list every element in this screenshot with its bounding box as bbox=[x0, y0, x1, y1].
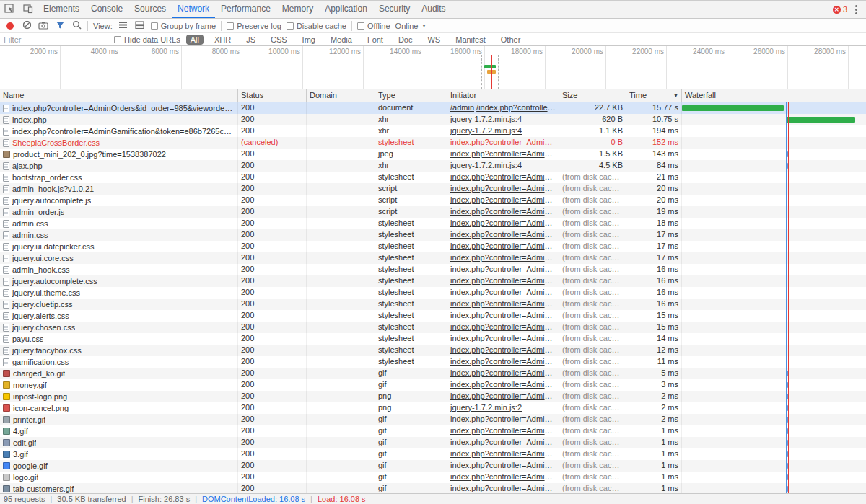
filter-pill-doc[interactable]: Doc bbox=[394, 35, 417, 45]
table-row[interactable]: jquery.chosen.css200stylesheetindex.php?… bbox=[0, 322, 866, 333]
table-row[interactable]: admin_order.js200scriptindex.php?control… bbox=[0, 206, 866, 218]
tab-security[interactable]: Security bbox=[373, 1, 416, 18]
table-row[interactable]: tab-customers.gif200gifindex.php?control… bbox=[0, 483, 866, 493]
initiator-link[interactable]: index.php?controller=AdminOrders... bbox=[450, 242, 559, 250]
table-row[interactable]: jquery.autocomplete.js200scriptindex.php… bbox=[0, 195, 866, 206]
inspect-element-button[interactable] bbox=[0, 1, 19, 18]
table-row[interactable]: admin_hook.css200stylesheetindex.php?con… bbox=[0, 264, 866, 275]
initiator-link[interactable]: jquery-1.7.2.min.js:2 bbox=[450, 403, 522, 412]
table-row[interactable]: icon-cancel.png200pngjquery-1.7.2.min.js… bbox=[0, 402, 866, 414]
table-row[interactable]: index.php?controller=AdminGamification&t… bbox=[0, 125, 866, 137]
table-row[interactable]: jquery.cluetip.css200stylesheetindex.php… bbox=[0, 299, 866, 310]
initiator-link[interactable]: index.php?controller=AdminOrders... bbox=[450, 415, 559, 423]
tab-audits[interactable]: Audits bbox=[416, 1, 451, 18]
tab-performance[interactable]: Performance bbox=[215, 1, 276, 18]
table-row[interactable]: inpost-logo.png200pngindex.php?controlle… bbox=[0, 391, 866, 402]
initiator-link[interactable]: index.php?controller=AdminOrders... bbox=[450, 426, 559, 435]
clear-network-log-button[interactable] bbox=[21, 20, 32, 32]
table-row[interactable]: gamification.css200stylesheetindex.php?c… bbox=[0, 356, 866, 368]
initiator-link[interactable]: index.php?controller=AdminOrders... bbox=[450, 380, 559, 389]
filter-toggle-button[interactable] bbox=[54, 20, 66, 32]
initiator-link[interactable]: index.php?controller=AdminOrders... bbox=[450, 392, 559, 400]
table-row[interactable]: charged_ko.gif200gifindex.php?controller… bbox=[0, 368, 866, 379]
initiator-link[interactable]: index.php?controller=AdminOrders... bbox=[450, 253, 559, 262]
table-row[interactable]: jquery.ui.core.css200stylesheetindex.php… bbox=[0, 252, 866, 264]
initiator-link[interactable]: index.php?controller=AdminOrders... bbox=[450, 357, 559, 366]
checkbox-group-by-frame[interactable]: Group by frame bbox=[151, 22, 216, 30]
table-row[interactable]: jquery.ui.datepicker.css200stylesheetind… bbox=[0, 241, 866, 252]
filter-pill-js[interactable]: JS bbox=[242, 35, 260, 45]
table-row[interactable]: logo.gif200gifindex.php?controller=Admin… bbox=[0, 472, 866, 483]
initiator-link[interactable]: jquery-1.7.2.min.js:4 bbox=[450, 126, 522, 135]
table-row[interactable]: jquery.fancybox.css200stylesheetindex.ph… bbox=[0, 345, 866, 356]
tab-memory[interactable]: Memory bbox=[276, 1, 319, 18]
table-row[interactable]: admin.css200stylesheetindex.php?controll… bbox=[0, 229, 866, 241]
initiator-link[interactable]: index.php?controller=AdminOrders... bbox=[450, 461, 559, 469]
initiator-link[interactable]: index.php?controller=AdminOrders... bbox=[450, 149, 559, 158]
table-row[interactable]: 4.gif200gifindex.php?controller=AdminOrd… bbox=[0, 425, 866, 437]
checkbox-offline[interactable]: Offline bbox=[357, 22, 390, 30]
checkbox-preserve-log[interactable]: Preserve log bbox=[227, 22, 281, 30]
filter-pill-all[interactable]: All bbox=[186, 35, 204, 45]
table-row[interactable]: jquery.ui.theme.css200stylesheetindex.ph… bbox=[0, 287, 866, 299]
initiator-link[interactable]: index.php?controller=AdminOrders... bbox=[450, 299, 559, 308]
initiator-link[interactable]: index.php?controller=AdminOrders... bbox=[450, 345, 559, 354]
table-row[interactable]: admin_hook.js?v1.0.21200scriptindex.php?… bbox=[0, 183, 866, 195]
record-network-log-button[interactable] bbox=[4, 20, 16, 32]
devtools-menu-button[interactable] bbox=[851, 2, 862, 17]
initiator-link[interactable]: index.php?controller=AdminOrders... bbox=[450, 230, 559, 239]
initiator-link[interactable]: jquery-1.7.2.min.js:4 bbox=[450, 115, 522, 123]
initiator-link[interactable]: index.php?controller=AdminOrders... bbox=[450, 334, 559, 342]
filter-pill-font[interactable]: Font bbox=[363, 35, 388, 45]
tab-sources[interactable]: Sources bbox=[128, 1, 172, 18]
column-header-waterfall[interactable]: Waterfall bbox=[682, 89, 866, 102]
tab-application[interactable]: Application bbox=[319, 1, 373, 18]
tab-console[interactable]: Console bbox=[85, 1, 128, 18]
search-button[interactable] bbox=[71, 20, 82, 32]
column-header-time[interactable]: Time ▼ bbox=[626, 89, 682, 102]
initiator-link[interactable]: index.php?controller=AdminOrders... bbox=[450, 438, 559, 446]
network-throttling-dropdown[interactable]: Online ▾ bbox=[395, 22, 426, 30]
column-header-status[interactable]: Status bbox=[238, 89, 307, 102]
column-header-name[interactable]: Name bbox=[0, 89, 238, 102]
initiator-link[interactable]: index.php?controller=AdminOrders... bbox=[450, 207, 559, 216]
initiator-link[interactable]: index.php?controller=AdminOrders... bbox=[450, 276, 559, 285]
filter-pill-img[interactable]: Img bbox=[298, 35, 320, 45]
initiator-link[interactable]: index.php?controller=AdminOrders... bbox=[450, 322, 559, 331]
initiator-link[interactable]: index.php?controller=AdminOrders... bbox=[450, 172, 559, 181]
table-row[interactable]: SheeplaCrossBorder.css(canceled)styleshe… bbox=[0, 137, 866, 149]
initiator-link[interactable]: /admin bbox=[450, 103, 474, 112]
checkbox-disable-cache[interactable]: Disable cache bbox=[287, 22, 346, 30]
table-row[interactable]: bootstrap_order.css200stylesheetindex.ph… bbox=[0, 172, 866, 183]
table-row[interactable]: google.gif200gifindex.php?controller=Adm… bbox=[0, 460, 866, 472]
filter-pill-ws[interactable]: WS bbox=[423, 35, 445, 45]
column-header-type[interactable]: Type bbox=[375, 89, 447, 102]
initiator-link[interactable]: /index.php?controller=... bbox=[476, 103, 559, 112]
initiator-link[interactable]: index.php?controller=AdminOrders... bbox=[450, 368, 559, 377]
filter-pill-xhr[interactable]: XHR bbox=[210, 35, 235, 45]
column-header-size[interactable]: Size bbox=[559, 89, 626, 102]
tab-network[interactable]: Network bbox=[172, 1, 215, 18]
table-row[interactable]: printer.gif200gifindex.php?controller=Ad… bbox=[0, 414, 866, 425]
initiator-link[interactable]: index.php?controller=AdminOrders... bbox=[450, 288, 559, 296]
timeline-overview[interactable]: 2000 ms4000 ms6000 ms8000 ms10000 ms1200… bbox=[0, 46, 866, 89]
table-row[interactable]: money.gif200gifindex.php?controller=Admi… bbox=[0, 379, 866, 391]
initiator-link[interactable]: index.php?controller=AdminOrders... bbox=[450, 184, 559, 193]
tab-elements[interactable]: Elements bbox=[38, 1, 85, 18]
column-header-initiator[interactable]: Initiator bbox=[447, 89, 559, 102]
column-header-domain[interactable]: Domain bbox=[307, 89, 375, 102]
initiator-link[interactable]: index.php?controller=AdminOrders... bbox=[450, 138, 559, 146]
filter-pill-media[interactable]: Media bbox=[326, 35, 357, 45]
toggle-device-toolbar-button[interactable] bbox=[19, 1, 38, 18]
initiator-link[interactable]: index.php?controller=AdminOrders... bbox=[450, 484, 559, 492]
table-row[interactable]: edit.gif200gifindex.php?controller=Admin… bbox=[0, 437, 866, 448]
table-row[interactable]: index.php?controller=AdminOrders&id_orde… bbox=[0, 102, 866, 114]
initiator-link[interactable]: jquery-1.7.2.min.js:4 bbox=[450, 161, 522, 169]
table-row[interactable]: payu.css200stylesheetindex.php?controlle… bbox=[0, 333, 866, 345]
filter-pill-css[interactable]: CSS bbox=[266, 35, 292, 45]
view-list-button[interactable] bbox=[118, 20, 129, 32]
table-row[interactable]: ajax.php200xhrjquery-1.7.2.min.js:44.5 K… bbox=[0, 160, 866, 172]
filter-pill-manifest[interactable]: Manifest bbox=[451, 35, 490, 45]
initiator-link[interactable]: index.php?controller=AdminOrders... bbox=[450, 195, 559, 204]
table-row[interactable]: 3.gif200gifindex.php?controller=AdminOrd… bbox=[0, 448, 866, 460]
